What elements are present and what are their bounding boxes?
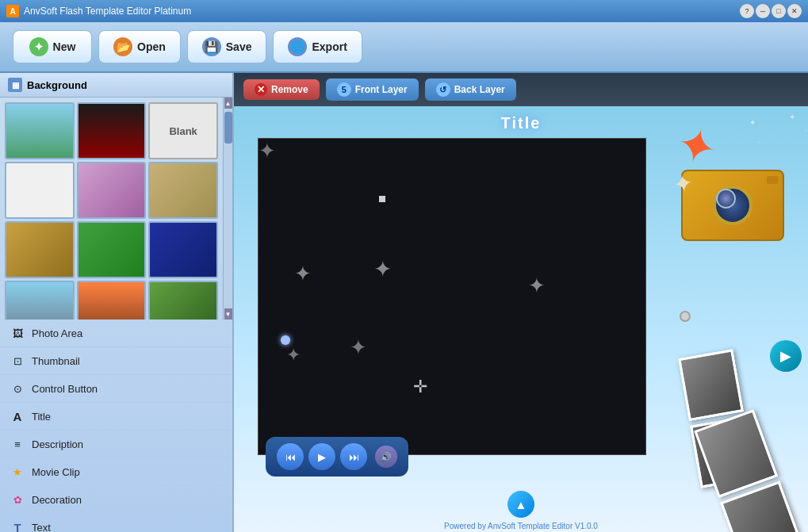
powered-by-text: Powered by AnvSoft Template Editor V1.0.…	[444, 522, 598, 530]
prev-button[interactable]: ⏮	[277, 443, 304, 470]
back-layer-label: Back Layer	[454, 84, 505, 95]
bg-thumb-7[interactable]	[5, 221, 75, 278]
small-dot	[379, 196, 385, 202]
save-icon: 💾	[202, 37, 221, 56]
camera-viewfinder	[767, 176, 778, 184]
remove-icon: ✕	[255, 83, 267, 96]
save-label: Save	[226, 40, 252, 53]
menu-item-control-button[interactable]: ⊙ Control Button	[0, 375, 232, 403]
editor-star-1: ✦	[294, 262, 312, 286]
play-pause-button[interactable]: ▶	[308, 443, 335, 470]
close-button[interactable]: ✕	[787, 4, 802, 18]
menu-item-thumbnail[interactable]: ⊡ Thumbnail	[0, 347, 232, 375]
bg-thumb-1[interactable]	[5, 102, 75, 159]
background-label: Background	[27, 79, 87, 91]
photo-area-label: Photo Area	[32, 327, 82, 339]
editor-star-5: ✦	[528, 274, 546, 298]
window-controls: ? ─ □ ✕	[740, 4, 802, 18]
maximize-button[interactable]: □	[772, 4, 786, 18]
menu-item-title[interactable]: A Title	[0, 403, 232, 431]
save-button[interactable]: 💾 Save	[187, 30, 267, 63]
minimize-button[interactable]: ─	[756, 4, 770, 18]
new-button[interactable]: ✦ New	[13, 30, 92, 63]
editor-star-4: ✦	[350, 335, 367, 360]
nav-up-button[interactable]: ▲	[507, 491, 534, 518]
bg-thumb-12[interactable]	[148, 281, 218, 320]
layer-bar: ✕ Remove 5 Front Layer ↺ Back Layer	[234, 73, 808, 106]
bg-thumb-6[interactable]	[148, 162, 218, 219]
menu-items: 🖼 Photo Area ⊡ Thumbnail ⊙ Control Butto…	[0, 320, 232, 532]
camera-inner-lens	[716, 189, 736, 209]
editor-box[interactable]: ✦ ✦ ✦ ✦ ✦ ✦ ✛	[258, 138, 646, 455]
title-label: Title	[32, 411, 51, 423]
main-layout: ▦ Background Blank ▲	[0, 73, 808, 532]
description-label: Description	[32, 438, 83, 450]
canvas-title: Title	[501, 114, 542, 132]
left-panel: ▦ Background Blank ▲	[0, 73, 234, 532]
bg-scrollbar[interactable]: ▲ ▼	[223, 98, 232, 320]
background-grid-container: Blank ▲ ▼	[0, 98, 232, 320]
thumbnail-icon: ⊡	[10, 353, 25, 369]
control-button-icon: ⊙	[10, 381, 25, 396]
open-icon: 📂	[113, 37, 132, 56]
bg-thumb-4[interactable]	[5, 162, 75, 219]
movie-clip-icon: ★	[10, 464, 25, 480]
photo-area-icon: 🖼	[10, 325, 25, 341]
open-button[interactable]: 📂 Open	[98, 30, 181, 63]
photo-frame-3	[678, 349, 744, 421]
background-grid: Blank	[0, 98, 223, 320]
right-panel: ✕ Remove 5 Front Layer ↺ Back Layer ✦ ✦ …	[234, 73, 808, 532]
bg-thumb-5[interactable]	[77, 162, 147, 219]
menu-item-decoration[interactable]: ✿ Decoration	[0, 486, 232, 514]
app-title: AnvSoft Flash Template Editor Platinum	[24, 6, 191, 17]
background-icon: ▦	[8, 78, 22, 92]
export-label: Export	[312, 40, 347, 53]
canvas-area: ✦ ✦ · · ✦ ✦ ✦ Title ✦ ✦	[234, 106, 808, 532]
new-icon: ✦	[29, 37, 48, 56]
small-star-4: ·	[757, 138, 760, 147]
editor-star-2: ✦	[286, 345, 301, 366]
title-icon: A	[10, 408, 25, 424]
bg-thumb-blank[interactable]: Blank	[148, 102, 218, 159]
bg-thumb-9[interactable]	[148, 221, 218, 278]
decoration-icon: ✿	[10, 492, 25, 507]
background-section-header: ▦ Background	[0, 73, 232, 98]
move-cursor-icon: ✛	[413, 377, 427, 397]
circle-deco	[680, 311, 691, 322]
menu-item-description[interactable]: ≡ Description	[0, 431, 232, 458]
play-button-right[interactable]: ▶	[770, 340, 802, 372]
bg-thumb-8[interactable]	[77, 221, 147, 278]
toolbar: ✦ New 📂 Open 💾 Save 🌐 Export	[0, 22, 808, 73]
bg-thumb-10[interactable]	[5, 281, 75, 320]
editor-star-3: ✦	[373, 256, 392, 282]
blue-dot	[281, 335, 290, 345]
title-bar: A AnvSoft Flash Template Editor Platinum…	[0, 0, 808, 22]
menu-item-text[interactable]: T Text	[0, 514, 232, 532]
scrollbar-down[interactable]: ▼	[224, 308, 232, 320]
editor-star-6: ✦	[258, 139, 276, 163]
small-star-1: ✦	[749, 118, 756, 127]
export-button[interactable]: 🌐 Export	[273, 30, 362, 63]
decoration-label: Decoration	[32, 494, 82, 506]
remove-label: Remove	[271, 84, 308, 95]
front-layer-icon: 5	[337, 82, 351, 97]
remove-button[interactable]: ✕ Remove	[243, 79, 320, 100]
app-icon: A	[6, 5, 19, 17]
media-control-bar: ⏮ ▶ ⏭ 🔊	[266, 437, 408, 477]
bg-thumb-2[interactable]	[77, 102, 147, 159]
control-button-label: Control Button	[32, 383, 98, 395]
open-label: Open	[137, 40, 166, 53]
help-button[interactable]: ?	[740, 4, 754, 18]
menu-item-movie-clip[interactable]: ★ Movie Clip	[0, 458, 232, 486]
camera-lens	[713, 186, 752, 225]
scrollbar-up[interactable]: ▲	[224, 98, 232, 109]
description-icon: ≡	[10, 436, 25, 452]
next-button[interactable]: ⏭	[340, 443, 367, 470]
volume-button[interactable]: 🔊	[375, 446, 397, 468]
menu-item-photo-area[interactable]: 🖼 Photo Area	[0, 320, 232, 347]
scrollbar-thumb[interactable]	[224, 112, 232, 144]
front-layer-button[interactable]: 5 Front Layer	[326, 78, 419, 101]
back-layer-button[interactable]: ↺ Back Layer	[425, 78, 516, 101]
bg-thumb-11[interactable]	[77, 281, 147, 320]
movie-clip-label: Movie Clip	[32, 466, 80, 478]
